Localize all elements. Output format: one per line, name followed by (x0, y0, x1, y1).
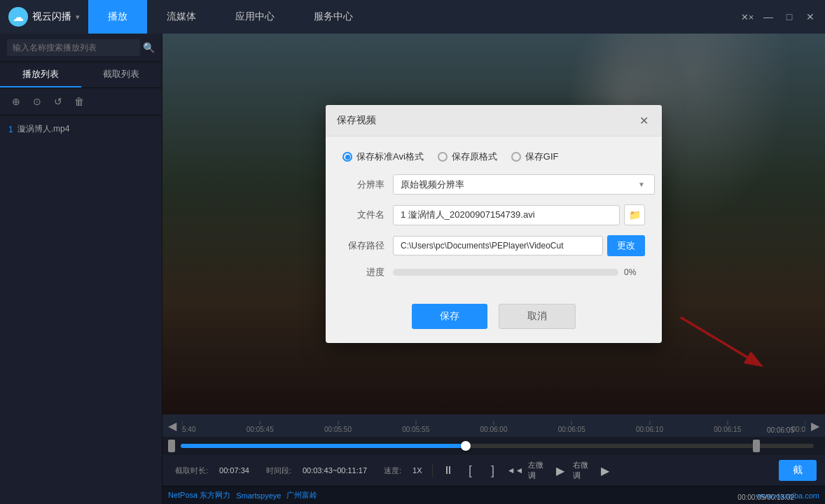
progress-label: 进度 (342, 266, 384, 279)
left-trim-handle[interactable] (168, 440, 175, 452)
fast-right-button[interactable]: ▶ (595, 461, 615, 480)
close-button[interactable]: ✕ (801, 8, 819, 26)
change-path-button[interactable]: 更改 (607, 235, 645, 256)
progress-row: 进度 0% (342, 266, 645, 279)
nav-tab-stream[interactable]: 流媒体 (147, 0, 216, 34)
radio-gif[interactable] (511, 152, 521, 162)
timeline-next-button[interactable]: ▶ (805, 419, 825, 433)
fine-right-button[interactable]: 右微调 (573, 461, 592, 480)
nav-tab-apps[interactable]: 应用中心 (216, 0, 294, 34)
time-range-value: 00:03:43~00:11:17 (298, 466, 371, 475)
progress-filled (181, 444, 466, 448)
cut-length-label: 截取时长: (171, 465, 212, 476)
mark-out-button[interactable]: ] (483, 461, 503, 480)
filename-row: 文件名 📁 (342, 204, 645, 225)
dialog-body: 保存标准Avi格式 保存原格式 保存GIF (326, 136, 662, 304)
format-original-label: 保存原格式 (452, 150, 497, 163)
controls-area: 截取时长: 00:07:34 时间段: 00:03:43~00:11:17 速度… (162, 455, 825, 486)
sidebar: 🔍 播放列表 截取列表 ⊕ ⊙ ↺ 🗑 1 漩涡博人.mp4 (0, 34, 162, 504)
radio-avi-dot (345, 155, 350, 160)
vol-down-button[interactable]: ◄◄ (506, 461, 525, 480)
separator (432, 463, 433, 477)
window-controls: ✕× — □ ✕ (738, 8, 825, 26)
current-time-display: 00:06:05 (767, 426, 794, 434)
playhead-thumb[interactable] (461, 441, 471, 451)
item-number: 1 (8, 125, 13, 134)
item-name: 漩涡博人.mp4 (18, 123, 70, 135)
filename-input[interactable] (393, 205, 620, 225)
save-video-dialog: 保存视频 ✕ 保存标准Avi格式 (326, 105, 662, 343)
format-avi[interactable]: 保存标准Avi格式 (342, 150, 424, 163)
nav-tab-play[interactable]: 播放 (88, 0, 147, 34)
progress-percent: 0% (624, 267, 645, 277)
savepath-label: 保存路径 (342, 239, 384, 252)
main-layout: 🔍 播放列表 截取列表 ⊕ ⊙ ↺ 🗑 1 漩涡博人.mp4 (0, 34, 825, 504)
search-icon[interactable]: 🔍 (143, 42, 155, 53)
play-pause-button[interactable]: ⏸ (438, 461, 458, 480)
dialog-title: 保存视频 (337, 114, 376, 127)
delete-button[interactable]: 🗑 (71, 94, 87, 109)
title-bar: ☁ 视云闪播 ▾ 播放 流媒体 应用中心 服务中心 ✕× — □ ✕ (0, 0, 825, 34)
tab-cutlist[interactable]: 截取列表 (81, 62, 162, 88)
list-tabs: 播放列表 截取列表 (0, 62, 162, 88)
folder-browse-button[interactable]: 📁 (624, 204, 645, 225)
speed-value: 1X (408, 466, 426, 475)
play-button[interactable]: ⊙ (29, 94, 45, 109)
maximize-button[interactable]: □ (780, 8, 798, 26)
savepath-control: 更改 (393, 235, 645, 256)
mark-in-button[interactable]: [ (461, 461, 480, 480)
playlist: 1 漩涡博人.mp4 (0, 115, 162, 504)
dialog-header: 保存视频 ✕ (326, 105, 662, 136)
fine-left-button[interactable]: 左微调 (528, 461, 548, 480)
search-input[interactable] (7, 39, 140, 56)
radio-avi[interactable] (342, 152, 352, 162)
logo-icon: ☁ (8, 7, 28, 27)
bottom-bar: NetPosa 东方网力 Smartspyeye 广州富岭 www.xiazai… (162, 486, 825, 504)
tab-playlist[interactable]: 播放列表 (0, 62, 81, 88)
resolution-row: 分辨率 原始视频分辨率1920x10801280x720640x480 ▼ (342, 174, 645, 195)
refresh-button[interactable]: ↺ (50, 94, 66, 109)
add-button[interactable]: ⊕ (8, 94, 24, 109)
dialog-close-button[interactable]: ✕ (637, 113, 651, 127)
savepath-row: 保存路径 更改 (342, 235, 645, 256)
timeline-area: ◀ 00:05:4000:05:4500:05:5000:05:5500:06:… (162, 414, 825, 437)
cut-length-value: 00:07:34 (215, 466, 254, 475)
format-gif[interactable]: 保存GIF (511, 150, 559, 163)
video-frame[interactable]: 保存视频 ✕ 保存标准Avi格式 (162, 34, 825, 414)
nav-tab-service[interactable]: 服务中心 (294, 0, 373, 34)
smartlabel: Smartspyeye (236, 491, 281, 500)
timeline-ticks[interactable]: 00:05:4000:05:4500:05:5000:05:5500:06:00… (182, 415, 805, 436)
list-item[interactable]: 1 漩涡博人.mp4 (0, 118, 162, 140)
format-avi-label: 保存标准Avi格式 (356, 150, 424, 163)
record-cut-button[interactable]: 截 (779, 460, 817, 481)
progress-track[interactable] (181, 444, 814, 448)
minimize-button[interactable]: — (759, 8, 777, 26)
app-logo[interactable]: ☁ 视云闪播 ▾ (0, 7, 88, 27)
time-range-label: 时间段: (262, 465, 296, 476)
timeline-prev-button[interactable]: ◀ (162, 419, 182, 433)
format-original[interactable]: 保存原格式 (438, 150, 497, 163)
dialog-footer: 保存 取消 (326, 304, 662, 343)
search-bar: 🔍 (0, 34, 162, 62)
cancel-button[interactable]: 取消 (499, 304, 576, 329)
resolution-label: 分辨率 (342, 178, 384, 191)
format-gif-label: 保存GIF (525, 150, 559, 163)
netlabel: NetPosa 东方网力 (168, 490, 230, 500)
settings-button[interactable]: ✕× (738, 8, 756, 26)
time-total: 00:00:05/00:13:02 (737, 493, 794, 501)
scrub-area: 00:00:05/00:13:02 (162, 437, 825, 455)
savepath-input[interactable] (393, 236, 603, 255)
logo-dropdown-icon[interactable]: ▾ (76, 13, 80, 22)
format-options: 保存标准Avi格式 保存原格式 保存GIF (342, 150, 645, 163)
dialog-overlay: 保存视频 ✕ 保存标准Avi格式 (162, 34, 825, 414)
save-button[interactable]: 保存 (412, 304, 487, 329)
resolution-select[interactable]: 原始视频分辨率1920x10801280x720640x480 (393, 174, 655, 195)
citylabel: 广州富岭 (286, 490, 317, 500)
radio-original[interactable] (438, 152, 448, 162)
play2-button[interactable]: ▶ (550, 461, 570, 480)
video-area: 保存视频 ✕ 保存标准Avi格式 (162, 34, 825, 504)
progress-bar (393, 269, 618, 276)
filename-label: 文件名 (342, 209, 384, 221)
resolution-control: 原始视频分辨率1920x10801280x720640x480 ▼ (393, 174, 645, 195)
right-trim-handle[interactable] (753, 440, 760, 452)
